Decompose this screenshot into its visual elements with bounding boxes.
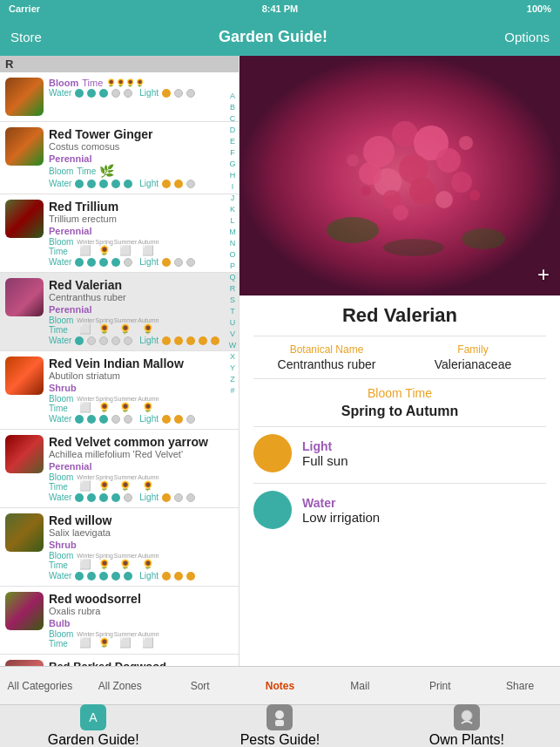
add-photo-button[interactable]: + [537,262,550,287]
tab-all-zones[interactable]: All Zones [80,676,160,696]
status-bar: Carrier 8:41 PM 100% [0,0,560,17]
sun-dot [162,336,171,345]
plant-type-red-velvet: Perennial [49,461,221,472]
tab-mail[interactable]: Mail [320,676,400,696]
list-item-red-tower-ginger[interactable]: Red Tower Ginger Costus comosus Perennia… [0,122,239,194]
alpha-letter-a[interactable]: A [230,91,235,102]
list-item-red-woodsorrel[interactable]: Red woodsorrel Oxalis rubra Bulb BloomTi… [0,587,239,655]
alphabet-sidebar: ABCDEFGHIJKLMNOPQRSTUVWXYZ# [226,56,239,666]
light-label: Light [302,439,348,453]
sun-dot [162,415,171,424]
water-dot [99,336,108,345]
list-item-partial-bottom[interactable]: Red Barked Dogwood Shrub Bloom Time Wate… [0,655,239,666]
alpha-letter-q[interactable]: Q [229,272,235,283]
alpha-letter-v[interactable]: V [230,329,235,340]
sun-dot [174,336,183,345]
alpha-letter-l[interactable]: L [230,215,234,227]
water-dot [124,493,132,502]
list-item-red-velvet-yarrow[interactable]: Red Velvet common yarrow Achillea millef… [0,430,239,508]
water-circle-icon [253,491,292,529]
sun-dot [186,572,195,581]
plant-info-red-vein: Red Vein Indian Mallow Abutilon striatum… [49,357,221,424]
svg-text:A: A [89,710,98,724]
sun-dot [186,493,195,502]
list-item-partial-top[interactable]: Bloom Time 🌻🌻🌻🌻 Water Light [0,72,239,122]
tab-share[interactable]: Share [480,676,560,696]
family-value: Valerianaceae [400,357,546,371]
dock-own-plants[interactable]: Own Plants! [374,704,560,747]
alpha-letter-j[interactable]: J [231,193,235,204]
bloom-time-label: Bloom Time [253,386,546,400]
svg-point-18 [462,228,505,249]
water-dot [87,493,96,502]
water-dot [111,493,120,502]
store-button[interactable]: Store [10,30,42,44]
water-dot [87,336,96,345]
alpha-letter-h[interactable]: H [230,170,236,181]
plant-info-red-tower: Red Tower Ginger Costus comosus Perennia… [49,127,221,188]
list-item-red-valerian[interactable]: Red Valerian Centranthus ruber Perennial… [0,273,239,351]
list-item-red-willow[interactable]: Red willow Salix laevigata Shrub BloomTi… [0,508,239,587]
divider-4 [253,483,546,484]
plant-name-red-velvet: Red Velvet common yarrow [49,435,221,449]
water-dot [99,415,108,424]
alpha-letter-m[interactable]: M [229,227,236,238]
water-dot [111,415,120,424]
alpha-letter-w[interactable]: W [229,340,237,351]
plant-thumb-red-tower [5,127,44,166]
alpha-letter-i[interactable]: I [232,181,234,193]
alpha-letter-d[interactable]: D [230,125,236,136]
alpha-letter-f[interactable]: F [230,147,235,159]
water-dot [99,89,108,98]
alpha-letter-u[interactable]: U [230,317,236,329]
alpha-letter-x[interactable]: X [230,351,235,363]
alpha-letter-y[interactable]: Y [230,363,235,374]
alpha-letter-p[interactable]: P [230,261,235,272]
tab-print[interactable]: Print [400,676,480,696]
alpha-letter-e[interactable]: E [230,136,235,147]
alpha-letter-k[interactable]: K [230,204,235,215]
list-item-red-trillium[interactable]: Red Trillium Trillium erectum Perennial … [0,194,239,273]
alpha-letter-z[interactable]: Z [230,374,235,385]
dock-own-plants-label: Own Plants! [429,732,504,747]
plant-thumb-partial [5,78,44,116]
alpha-letter-s[interactable]: S [230,295,235,306]
family-col: Family Valerianaceae [400,343,546,371]
svg-point-6 [436,148,461,173]
detail-plant-name: Red Valerian [253,304,546,327]
alpha-letter-g[interactable]: G [229,159,235,170]
water-dot [111,89,120,98]
alpha-letter-b[interactable]: B [230,102,235,113]
plant-name-red-vein: Red Vein Indian Mallow [49,357,221,370]
svg-point-16 [469,190,480,200]
tab-sort[interactable]: Sort [160,676,240,696]
tab-all-categories[interactable]: All Categories [0,676,80,696]
plant-type-red-trillium: Perennial [49,226,221,236]
list-item-red-vein-indian-mallow[interactable]: Red Vein Indian Mallow Abutilon striatum… [0,351,239,430]
svg-point-8 [359,162,381,185]
alpha-letter-n[interactable]: N [230,238,236,249]
sun-dot [186,415,195,424]
dock-pests-guide[interactable]: Pests Guide! [186,704,373,747]
alpha-letter-r[interactable]: R [230,283,236,295]
plant-info-red-velvet: Red Velvet common yarrow Achillea millef… [49,435,221,502]
alpha-letter-o[interactable]: O [229,249,235,261]
dock-garden-guide[interactable]: A Garden Guide! [0,704,186,747]
alpha-letter-c[interactable]: C [230,113,236,125]
water-dot [99,180,108,188]
alpha-letter-t[interactable]: T [230,306,235,317]
plant-type-red-woodsorrel: Bulb [49,618,221,628]
alpha-letter-#[interactable]: # [230,385,234,397]
plant-thumb-red-velvet [5,435,44,473]
detail-photo[interactable]: + [240,56,560,295]
options-button[interactable]: Options [504,30,550,44]
tab-notes[interactable]: Notes [240,676,320,696]
sun-dot [174,89,183,98]
water-dot [87,89,96,98]
section-header-r: R [0,56,239,72]
flower-svg [240,56,560,295]
divider-2 [253,378,546,379]
water-dot [111,336,120,345]
plant-name-red-willow: Red willow [49,513,221,527]
water-dot [75,180,84,188]
